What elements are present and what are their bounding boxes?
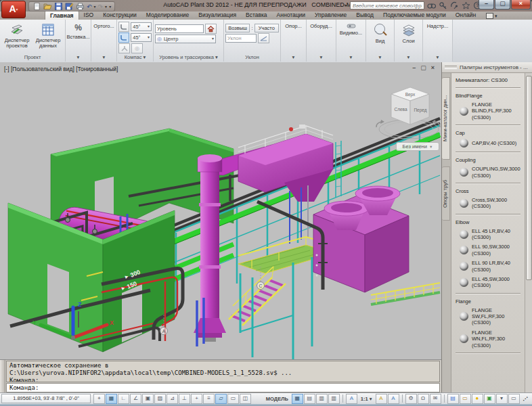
command-window-grip[interactable] xyxy=(0,360,5,393)
tray-arrow-button[interactable]: ▾ xyxy=(496,394,508,404)
status-toggle-quick-properties[interactable]: ▭ xyxy=(227,394,239,404)
communication-center-tray-button[interactable]: ✉ xyxy=(430,394,441,404)
drawing-minimize-icon[interactable]: – xyxy=(412,64,416,71)
ribbon-panel-insert[interactable]: % Вставка... ▾ xyxy=(66,20,91,62)
compass-tee-toggle[interactable] xyxy=(118,43,130,53)
favorites-star-icon[interactable] xyxy=(462,1,470,9)
open-file-icon[interactable] xyxy=(43,3,52,10)
status-toggle-selection-cycling[interactable]: ◫ xyxy=(240,394,251,404)
palette-item[interactable]: ELL 45 LR,BV,40 (CS300) xyxy=(460,228,522,241)
search-input[interactable] xyxy=(350,1,424,9)
restore-button[interactable]: ▢ xyxy=(495,0,510,9)
panel-label-compass[interactable]: Компас ▾ xyxy=(117,54,153,62)
redo-dropdown-icon[interactable]: ▾ xyxy=(105,4,107,9)
chevron-down-icon[interactable]: ▾ xyxy=(91,54,116,62)
toolbar-lock-button[interactable]: Ω xyxy=(418,394,429,404)
command-history[interactable]: Автоматическое сохранение вC:\Users\yuro… xyxy=(6,361,440,382)
status-toggle-ducs[interactable]: ⊥ xyxy=(179,394,190,404)
new-file-icon[interactable] xyxy=(32,3,41,10)
center-combo[interactable]: ◎Центр▾ xyxy=(155,35,216,43)
ribbon-tab-Онлайн[interactable]: Онлайн xyxy=(451,11,481,20)
status-toggle-snap[interactable]: ⌖ xyxy=(93,394,105,404)
compass-angle-top-combo[interactable]: 45°▾ xyxy=(131,22,152,31)
undo-icon[interactable]: ↶ xyxy=(87,3,92,10)
model-space-button[interactable]: ▦ xyxy=(292,394,303,404)
ribbon-tab-Подключаемые модули[interactable]: Подключаемые модули xyxy=(378,11,451,20)
clean-screen-button[interactable]: ▭ xyxy=(508,394,520,404)
scene-3d[interactable]: ▸ 300 ▸ 150 A C Z X Y xyxy=(0,62,441,359)
palette-item[interactable]: Cross,SW,3000 (CS300) xyxy=(460,197,522,210)
chevron-down-icon[interactable]: ▾ xyxy=(336,54,365,62)
annotation-autoscale-button[interactable]: A xyxy=(388,394,399,404)
ribbon-tab-Главная[interactable]: Главная xyxy=(45,11,79,20)
minimize-button[interactable]: – xyxy=(479,0,494,9)
ribbon-panel-visibility[interactable]: Видимо... ▾ xyxy=(336,20,366,62)
xref-tray-icon[interactable]: ▭ xyxy=(460,394,471,404)
palette-tab-pipe-supports[interactable]: Опоры труб xyxy=(442,166,450,221)
ribbon-tab-ISO[interactable]: ISO xyxy=(79,11,99,20)
palette-header[interactable]: Палитры инструментов - ... xyxy=(442,62,532,73)
ribbon-tab-Конструкции[interactable]: Конструкции xyxy=(98,11,141,20)
chevron-down-icon[interactable]: ▾ xyxy=(423,54,452,62)
close-button[interactable]: × xyxy=(511,0,531,9)
ribbon-panel-addins[interactable]: Надстр... ▾ xyxy=(423,20,453,62)
palette-item[interactable]: FLANGE SW,FL,RF,300 (CS300) xyxy=(460,307,522,326)
slope-apply-button[interactable] xyxy=(258,33,269,43)
ribbon-minimize-button[interactable]: ▾ xyxy=(486,13,497,20)
compass-snap-toggle[interactable] xyxy=(118,32,129,43)
infocenter-expand-icon[interactable]: ▸ xyxy=(345,3,347,8)
quick-view-drawings-button[interactable]: ▥ xyxy=(328,394,340,404)
save-as-icon[interactable] xyxy=(65,3,74,10)
status-toggle-osnap[interactable]: ▣ xyxy=(142,394,154,404)
ribbon-tab-Аннотации[interactable]: Аннотации xyxy=(272,11,311,20)
ribbon-tab-Управление[interactable]: Управление xyxy=(310,11,351,20)
palette-item[interactable]: FLANGE BLIND,FL,RF,300 (CS300) xyxy=(460,102,522,120)
palette-item[interactable]: COUPLING,SW,3000 (CS300) xyxy=(460,166,522,179)
drawing-close-icon[interactable]: × xyxy=(431,64,435,71)
status-toggle-otrack[interactable]: ⊿ xyxy=(167,394,178,404)
elevation-field[interactable]: Возвыш xyxy=(225,24,250,32)
slope-field[interactable]: Уклон xyxy=(225,34,257,43)
compass-circle-toggle[interactable]: ◎ xyxy=(131,43,143,53)
status-toggle-dyn[interactable]: + xyxy=(191,394,202,404)
plot-icon[interactable] xyxy=(76,3,85,10)
station-field[interactable]: Участо xyxy=(254,24,279,32)
search-binoculars-icon[interactable] xyxy=(427,1,436,9)
chevron-down-icon[interactable]: ▾ xyxy=(366,54,394,62)
status-toggle-grid[interactable]: ▦ xyxy=(106,394,117,404)
ribbon-panel-view[interactable]: Вид ▾ xyxy=(366,20,395,62)
ribbon-panel-ortho[interactable]: Ортого... ▾ xyxy=(91,20,117,62)
status-toggle-ortho[interactable]: ∟ xyxy=(118,394,129,404)
palette-item[interactable]: ELL 90,SW,3000 (CS300) xyxy=(460,244,522,256)
command-input[interactable]: Команда: xyxy=(6,383,440,392)
project-manager-button[interactable]: Диспетчер проектов xyxy=(2,21,32,49)
quick-view-layouts-button[interactable]: ▥ xyxy=(316,394,328,404)
communication-center-icon[interactable] xyxy=(450,1,459,9)
palette-item[interactable]: CAP,BV,40 (CS300) xyxy=(460,139,522,148)
status-tray-icon[interactable]: ▣ xyxy=(484,394,495,404)
palette-item[interactable]: ELL 45,SW,3000 (CS300) xyxy=(460,276,522,289)
ribbon-tab-Вывод[interactable]: Вывод xyxy=(351,11,378,20)
qat-customize-icon[interactable]: ▾ xyxy=(109,4,111,9)
panel-label-level[interactable]: Уровень и трассировка ▾ xyxy=(154,54,223,62)
compass-angle-bottom-combo[interactable]: 45°▾ xyxy=(131,33,152,42)
chevron-down-icon[interactable]: ▾ xyxy=(307,54,336,62)
annotation-visibility-button[interactable]: A xyxy=(376,394,387,404)
level-home-button[interactable] xyxy=(205,24,217,34)
compass-bend-toggle[interactable] xyxy=(118,22,129,32)
ribbon-panel-layers[interactable]: Слои ▾ xyxy=(395,20,423,62)
chevron-down-icon[interactable]: ▾ xyxy=(281,54,306,62)
data-manager-button[interactable]: Диспетчер данных xyxy=(33,21,63,49)
ribbon-tab-Моделирование[interactable]: Моделирование xyxy=(141,11,194,20)
autodesk-tray-icon[interactable]: ● xyxy=(472,394,483,404)
annotation-scale-icon[interactable]: A xyxy=(346,394,357,404)
viewport-controls-label[interactable]: [-] [Пользовательский вид] [Тонированный… xyxy=(4,66,118,72)
coordinates-readout[interactable]: 1.8956E+03, 93'-8 7/8" , 0'-0" xyxy=(1,394,91,403)
palette-scrollbar[interactable] xyxy=(525,73,532,393)
plot-tray-icon[interactable]: ▤ xyxy=(447,394,459,404)
scrollbar-thumb[interactable] xyxy=(526,76,532,280)
layout-button[interactable]: ▤ xyxy=(304,394,315,404)
palette-item[interactable]: FLANGE WN,FL,RF,300 (CS300) xyxy=(460,330,522,348)
named-view-pill[interactable]: Без имени ▼ xyxy=(396,142,439,151)
ribbon-tab-Вставка[interactable]: Вставка xyxy=(241,11,272,20)
